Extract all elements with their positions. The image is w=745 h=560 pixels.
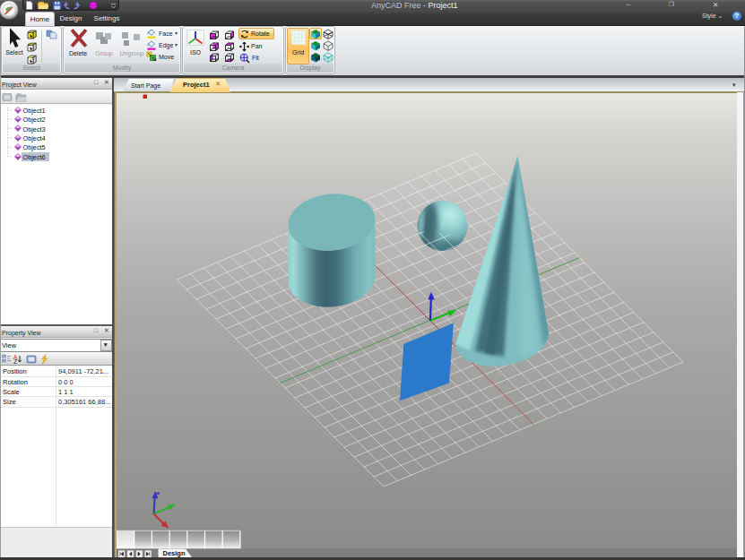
svg-text:Z: Z [13,358,17,365]
svg-text:Design: Design [163,549,186,557]
